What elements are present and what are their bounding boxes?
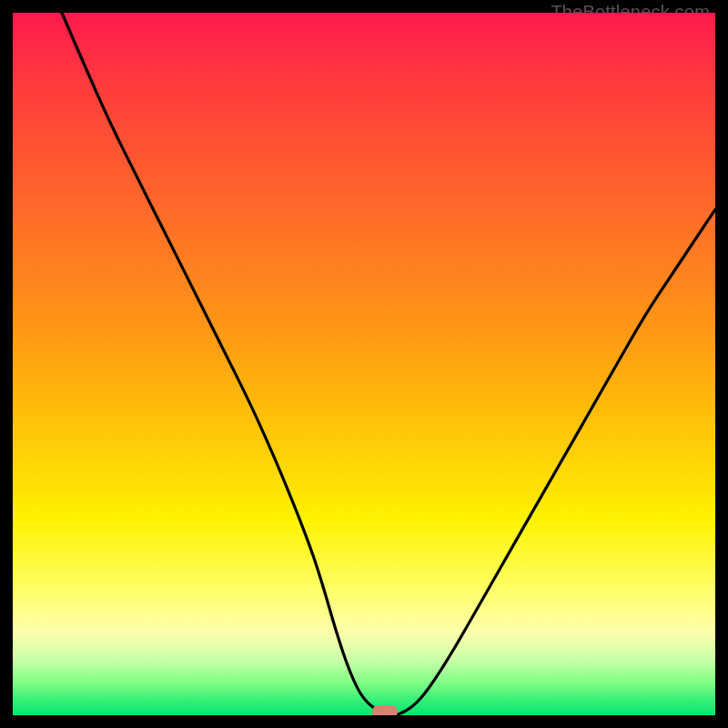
- chart-plot-area: [13, 13, 715, 715]
- curve-svg: [13, 13, 715, 715]
- chart-frame: TheBottleneck.com: [0, 0, 728, 728]
- optimal-marker: [372, 705, 398, 715]
- bottleneck-curve: [62, 13, 715, 715]
